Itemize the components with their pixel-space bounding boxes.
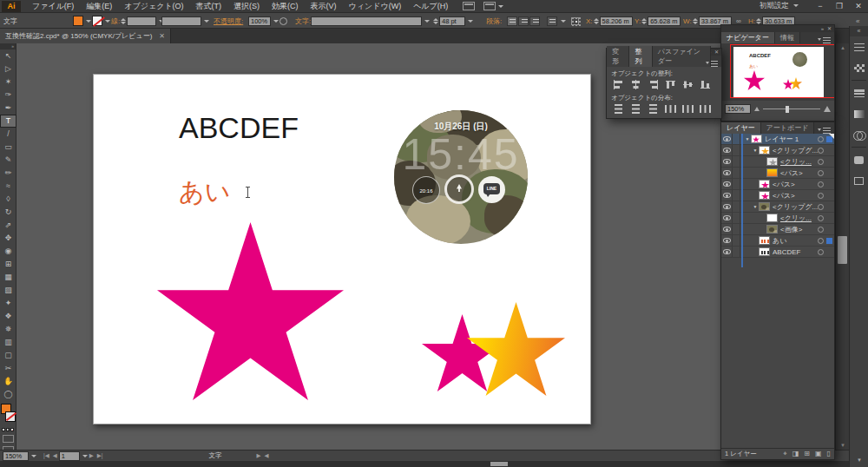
target-circle-icon[interactable] bbox=[818, 238, 824, 244]
column-graph-tool[interactable]: ▥ bbox=[0, 336, 16, 349]
bridge-icon[interactable] bbox=[463, 2, 475, 10]
drawing-mode-button[interactable] bbox=[3, 435, 14, 443]
artboard-number-field[interactable]: 1 bbox=[59, 451, 80, 461]
paragraph-label[interactable]: 段落: bbox=[486, 16, 502, 26]
layer-name[interactable]: <クリップグ... bbox=[773, 146, 818, 155]
zoom-in-icon[interactable] bbox=[824, 106, 831, 112]
direct-selection-tool[interactable]: ▷ bbox=[0, 62, 16, 76]
pen-tool[interactable]: ✒ bbox=[0, 102, 16, 115]
visibility-cell[interactable] bbox=[721, 190, 733, 201]
blend-tool[interactable]: ❖ bbox=[0, 310, 16, 323]
h-stepper[interactable] bbox=[756, 18, 761, 24]
visibility-cell[interactable] bbox=[721, 168, 733, 178]
gradient-button[interactable] bbox=[6, 428, 10, 431]
last-artboard-icon[interactable]: ▶| bbox=[97, 452, 103, 459]
font-family-field[interactable] bbox=[311, 16, 422, 26]
disclosure-triangle-icon[interactable]: ▼ bbox=[744, 136, 751, 141]
lock-cell[interactable] bbox=[733, 224, 740, 234]
layer-row-10[interactable]: ABCDEF bbox=[721, 247, 834, 258]
lasso-tool[interactable]: ✑ bbox=[0, 89, 16, 102]
target-circle-icon[interactable] bbox=[818, 181, 824, 187]
horizontal-scroll-thumb[interactable] bbox=[490, 462, 508, 466]
navigator-preview[interactable]: ABCDEF あい bbox=[721, 43, 834, 101]
vertical-distribute-center-icon[interactable] bbox=[630, 104, 641, 114]
artboard[interactable]: ABCDEF あい 10月26日 (日) 15:45 20:16 LINE bbox=[93, 74, 591, 424]
eyedropper-tool[interactable]: ✦ bbox=[0, 297, 16, 310]
scale-tool[interactable]: ⇗ bbox=[0, 219, 16, 232]
expand-panels-icon[interactable]: « bbox=[850, 26, 868, 36]
chevron-down-icon[interactable] bbox=[82, 455, 88, 457]
layer-name[interactable]: <パス> bbox=[780, 168, 818, 178]
panel-menu-icon[interactable] bbox=[823, 40, 831, 41]
zoom-slider-thumb[interactable] bbox=[786, 106, 789, 113]
lock-cell[interactable] bbox=[733, 247, 740, 257]
y-field[interactable]: 65.628 m bbox=[648, 16, 681, 26]
horizontal-distribute-right-icon[interactable] bbox=[700, 104, 711, 114]
mesh-tool[interactable]: ▦ bbox=[0, 271, 16, 284]
vertical-distribute-bottom-icon[interactable] bbox=[648, 104, 659, 114]
chevron-down-icon[interactable] bbox=[561, 20, 566, 23]
perspective-grid-tool[interactable]: ⊞ bbox=[0, 258, 16, 271]
target-circle-icon[interactable] bbox=[818, 170, 824, 176]
tab-pathfinder[interactable]: パスファインダー bbox=[653, 46, 712, 67]
menu-item-5[interactable]: 効果(C) bbox=[266, 0, 305, 13]
font-size-stepper[interactable] bbox=[433, 18, 438, 24]
layer-row-9[interactable]: あい bbox=[721, 235, 834, 247]
visibility-cell[interactable] bbox=[721, 213, 733, 223]
font-size-field[interactable]: 48 pt bbox=[439, 16, 465, 26]
line-segment-tool[interactable]: / bbox=[0, 128, 16, 141]
lock-cell[interactable] bbox=[733, 201, 740, 212]
minimize-button[interactable]: − bbox=[811, 0, 830, 13]
large-magenta-star[interactable] bbox=[157, 222, 344, 400]
next-artboard-icon[interactable]: ▶ bbox=[89, 452, 94, 459]
restore-button[interactable]: ❐ bbox=[830, 0, 849, 13]
layer-name[interactable]: <パス> bbox=[773, 191, 818, 201]
width-profile-field[interactable] bbox=[161, 16, 201, 26]
layer-name[interactable]: <クリッ... bbox=[780, 157, 818, 167]
width-tool[interactable]: ≈ bbox=[0, 180, 16, 193]
swatches-panel-icon[interactable] bbox=[854, 64, 865, 72]
x-stepper[interactable] bbox=[594, 18, 599, 24]
tab-info[interactable]: 情報 bbox=[775, 32, 800, 43]
locate-object-icon[interactable]: ⌖ bbox=[783, 449, 787, 459]
status-next-icon[interactable]: ◀ bbox=[264, 452, 268, 459]
vertical-align-bottom-icon[interactable] bbox=[700, 80, 711, 89]
character-label[interactable]: 文字: bbox=[295, 16, 311, 26]
horizontal-align-center-icon[interactable] bbox=[630, 80, 641, 89]
visibility-cell[interactable] bbox=[721, 247, 733, 257]
horizontal-align-right-icon[interactable] bbox=[648, 80, 659, 89]
tab-artboards[interactable]: アートボード bbox=[761, 122, 815, 134]
collapse-tools-icon[interactable]: » bbox=[0, 43, 16, 49]
x-field[interactable]: 58.206 m bbox=[600, 16, 633, 26]
dock-chevron-down-icon[interactable]: ▾ bbox=[850, 457, 868, 464]
panel-menu-icon[interactable] bbox=[711, 63, 718, 64]
graphic-styles-panel-icon[interactable] bbox=[854, 177, 864, 185]
layer-row-3[interactable]: <パス> bbox=[721, 168, 834, 179]
vertical-distribute-top-icon[interactable] bbox=[613, 104, 624, 114]
visibility-cell[interactable] bbox=[721, 156, 733, 167]
target-circle-icon[interactable] bbox=[818, 148, 824, 154]
shape-builder-tool[interactable]: ◉ bbox=[0, 245, 16, 258]
menu-item-2[interactable]: オブジェクト(O) bbox=[118, 0, 189, 13]
lock-cell[interactable] bbox=[733, 179, 740, 189]
stroke-stepper[interactable] bbox=[121, 18, 126, 24]
visibility-cell[interactable] bbox=[721, 134, 733, 144]
status-prev-icon[interactable]: ▶ bbox=[256, 452, 260, 459]
vertical-scroll-thumb[interactable] bbox=[838, 236, 847, 264]
close-panel-icon[interactable]: ✕ bbox=[827, 25, 832, 32]
disclosure-triangle-icon[interactable]: ▼ bbox=[752, 204, 759, 209]
gradient-tool[interactable]: ▨ bbox=[0, 284, 16, 297]
color-panel-icon[interactable] bbox=[854, 43, 865, 51]
target-circle-icon[interactable] bbox=[818, 227, 824, 233]
lock-cell[interactable] bbox=[733, 190, 740, 201]
envelope-warp-icon[interactable] bbox=[547, 16, 557, 26]
menu-item-3[interactable]: 書式(T) bbox=[190, 0, 228, 13]
none-button[interactable] bbox=[10, 428, 14, 431]
visibility-cell[interactable] bbox=[721, 224, 733, 234]
type-tool[interactable]: T bbox=[0, 115, 16, 128]
layer-row-7[interactable]: <クリッ... bbox=[721, 213, 834, 224]
close-document-icon[interactable]: ✕ bbox=[159, 32, 165, 40]
zoom-tool[interactable]: ◯ bbox=[0, 388, 16, 401]
stroke-color-swatch[interactable] bbox=[92, 16, 102, 26]
panel-menu-icon[interactable] bbox=[823, 130, 831, 131]
